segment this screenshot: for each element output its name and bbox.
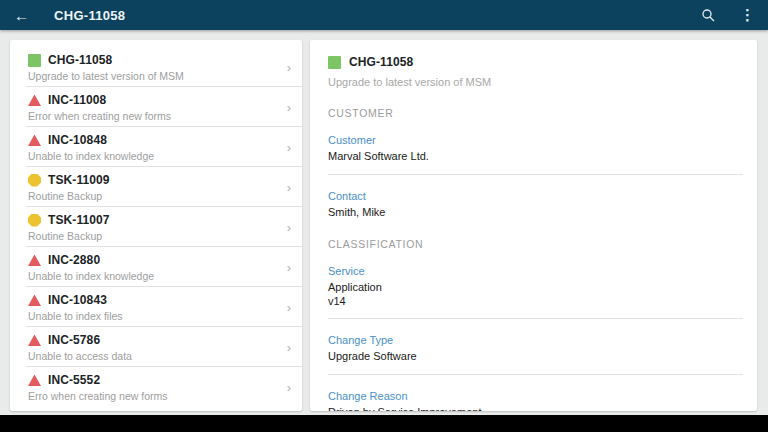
request-description: Upgrade to latest version of MSM bbox=[28, 70, 272, 82]
request-code: TSK-11007 bbox=[48, 213, 110, 227]
change-icon bbox=[28, 54, 41, 67]
request-list: CHG-11058Upgrade to latest version of MS… bbox=[10, 40, 302, 407]
list-item[interactable]: CHG-11058Upgrade to latest version of MS… bbox=[10, 47, 302, 87]
divider bbox=[328, 318, 743, 319]
field-value: Application v14 bbox=[328, 281, 743, 308]
request-detail: CHG-11058 Upgrade to latest version of M… bbox=[310, 40, 757, 411]
list-item[interactable]: TSK-11009Routine Backup› bbox=[10, 167, 302, 207]
detail-field[interactable]: ServiceApplication v14 bbox=[328, 265, 743, 308]
task-icon bbox=[28, 174, 41, 187]
chevron-right-icon: › bbox=[287, 301, 291, 314]
app-window: ← CHG-11058 ⋮ CHG-11058Upgrade to latest… bbox=[0, 0, 768, 432]
request-code: TSK-11009 bbox=[48, 173, 110, 187]
request-description: Unable to index knowledge bbox=[28, 150, 272, 162]
list-item[interactable]: INC-10843Unable to index files› bbox=[10, 287, 302, 327]
chevron-right-icon: › bbox=[287, 341, 291, 354]
detail-request-description: Upgrade to latest version of MSM bbox=[328, 76, 743, 88]
request-code: INC-11008 bbox=[48, 93, 106, 107]
list-item[interactable]: INC-5552Erro when creating new forms› bbox=[10, 367, 302, 407]
field-value: Marval Software Ltd. bbox=[328, 150, 743, 164]
chevron-right-icon: › bbox=[287, 381, 291, 394]
field-value: Smith, Mike bbox=[328, 206, 743, 220]
section-title: CLASSIFICATION bbox=[328, 238, 743, 250]
chevron-right-icon: › bbox=[287, 101, 291, 114]
request-code: INC-10843 bbox=[48, 293, 107, 307]
detail-field[interactable]: CustomerMarval Software Ltd. bbox=[328, 134, 743, 164]
field-label[interactable]: Change Reason bbox=[328, 390, 743, 402]
field-label[interactable]: Customer bbox=[328, 134, 743, 146]
divider bbox=[328, 174, 743, 175]
chevron-right-icon: › bbox=[287, 141, 291, 154]
list-item-header: CHG-11058 bbox=[28, 52, 272, 68]
chevron-right-icon: › bbox=[287, 261, 291, 274]
request-description: Unable to access data bbox=[28, 350, 272, 362]
incident-icon bbox=[28, 294, 41, 306]
request-code: INC-5552 bbox=[48, 373, 100, 387]
incident-icon bbox=[28, 94, 41, 106]
incident-icon bbox=[28, 334, 41, 346]
request-description: Routine Backup bbox=[28, 230, 272, 242]
request-description: Erro when creating new forms bbox=[28, 390, 272, 402]
divider bbox=[328, 374, 743, 375]
list-item[interactable]: INC-5786Unable to access data› bbox=[10, 327, 302, 367]
detail-field[interactable]: Change ReasonDriven by Service Improveme… bbox=[328, 390, 743, 412]
search-icon[interactable] bbox=[700, 7, 716, 23]
list-item-header: INC-10848 bbox=[28, 132, 272, 148]
request-description: Routine Backup bbox=[28, 190, 272, 202]
task-icon bbox=[28, 214, 41, 227]
app-bar: ← CHG-11058 ⋮ bbox=[0, 0, 768, 30]
incident-icon bbox=[28, 254, 41, 266]
request-code: CHG-11058 bbox=[48, 53, 112, 67]
list-item-header: INC-5552 bbox=[28, 372, 272, 388]
detail-request-code: CHG-11058 bbox=[349, 55, 413, 69]
list-item-header: INC-5786 bbox=[28, 332, 272, 348]
chevron-right-icon: › bbox=[287, 181, 291, 194]
request-description: Error when creating new forms bbox=[28, 110, 272, 122]
system-nav-bar bbox=[0, 415, 768, 432]
list-item[interactable]: TSK-11007Routine Backup› bbox=[10, 207, 302, 247]
detail-field[interactable]: Change TypeUpgrade Software bbox=[328, 334, 743, 364]
list-item[interactable]: INC-2880Unable to index knowledge› bbox=[10, 247, 302, 287]
request-description: Unable to index files bbox=[28, 310, 272, 322]
detail-sections: CUSTOMERCustomerMarval Software Ltd.Cont… bbox=[328, 107, 743, 411]
request-code: INC-2880 bbox=[48, 253, 100, 267]
list-item-header: TSK-11007 bbox=[28, 212, 272, 228]
list-item-header: INC-11008 bbox=[28, 92, 272, 108]
list-item-header: TSK-11009 bbox=[28, 172, 272, 188]
request-code: INC-10848 bbox=[48, 133, 107, 147]
back-arrow-icon[interactable]: ← bbox=[14, 8, 29, 23]
list-item[interactable]: INC-11008Error when creating new forms› bbox=[10, 87, 302, 127]
list-item-header: INC-2880 bbox=[28, 252, 272, 268]
change-icon bbox=[328, 56, 341, 69]
incident-icon bbox=[28, 134, 41, 146]
request-description: Unable to index knowledge bbox=[28, 270, 272, 282]
incident-icon bbox=[28, 374, 41, 386]
field-value: Driven by Service Improvement bbox=[328, 406, 743, 412]
field-label[interactable]: Change Type bbox=[328, 334, 743, 346]
field-label[interactable]: Contact bbox=[328, 190, 743, 202]
list-item-header: INC-10843 bbox=[28, 292, 272, 308]
chevron-right-icon: › bbox=[287, 221, 291, 234]
request-detail-panel: CHG-11058 Upgrade to latest version of M… bbox=[310, 40, 757, 411]
request-list-panel: CHG-11058Upgrade to latest version of MS… bbox=[10, 40, 302, 411]
detail-header: CHG-11058 bbox=[328, 54, 743, 70]
page-title: CHG-11058 bbox=[54, 8, 125, 23]
list-item[interactable]: INC-10848Unable to index knowledge› bbox=[10, 127, 302, 167]
detail-field[interactable]: ContactSmith, Mike bbox=[328, 190, 743, 220]
overflow-menu-icon[interactable]: ⋮ bbox=[740, 6, 755, 24]
request-code: INC-5786 bbox=[48, 333, 100, 347]
chevron-right-icon: › bbox=[287, 61, 291, 74]
field-value: Upgrade Software bbox=[328, 350, 743, 364]
field-label[interactable]: Service bbox=[328, 265, 743, 277]
section-title: CUSTOMER bbox=[328, 107, 743, 119]
